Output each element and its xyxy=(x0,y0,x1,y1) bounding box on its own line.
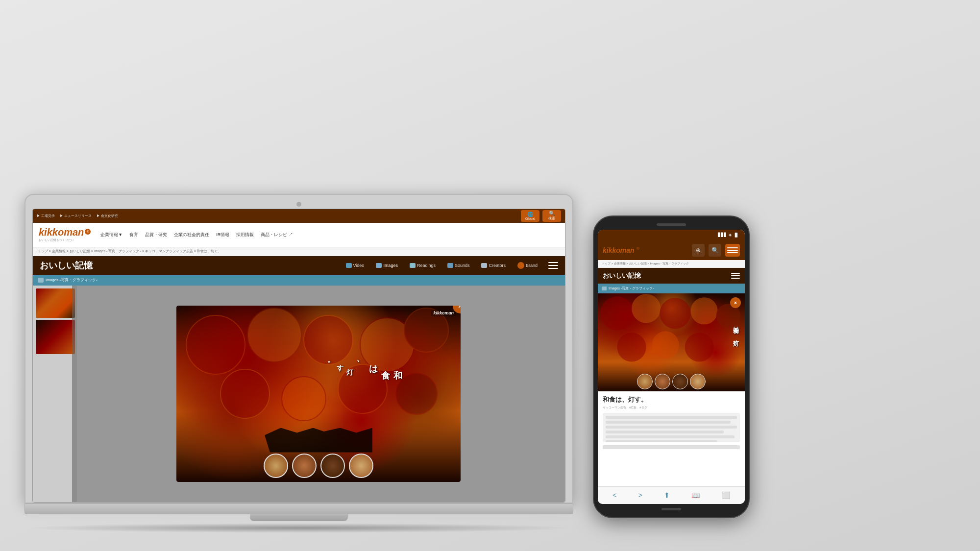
text-line-4 xyxy=(606,431,724,433)
phone-page-title: おいしい記憶 xyxy=(603,271,641,280)
tab-readings[interactable]: Readings xyxy=(404,261,441,270)
content-tabs: Video Images Readings Sounds xyxy=(340,260,558,271)
image-modal-overlay: kikkoman 和 食 は 、 灯 す 。 xyxy=(72,286,565,502)
phone-images-icon xyxy=(602,287,607,290)
dish-3 xyxy=(320,454,345,478)
nav-ir[interactable]: IR情報 xyxy=(216,232,229,238)
phone-screen: ▊▊▊ ◈ ▐▌ kikkoman ® ⊕ xyxy=(598,230,745,504)
top-bar-links: ▶ 工場見学 ▶ ニュースリリース ▶ 食文化研究 xyxy=(37,214,118,218)
global-button[interactable]: 🌐 Global xyxy=(521,210,539,222)
phone-bottom-bar: < > ⬆ 📖 ⬜ xyxy=(598,486,745,504)
thumbnail-item-2[interactable] xyxy=(36,320,75,354)
nav-company[interactable]: 企業情報▼ xyxy=(100,232,122,238)
thumbnail-item-1[interactable] xyxy=(36,288,75,318)
phone-header: kikkoman ® ⊕ 🔍 xyxy=(598,240,745,260)
phone-content-tags: キッコーマン広告、#広告、#タグ xyxy=(603,406,740,410)
phone-speaker xyxy=(657,223,686,226)
text-line-3 xyxy=(606,426,737,429)
dish-1 xyxy=(264,454,288,478)
laptop-camera xyxy=(296,202,301,207)
svg-point-7 xyxy=(338,364,387,413)
laptop-screen: ▶ 工場見学 ▶ ニュースリリース ▶ 食文化研究 🌐 Global 🔍 検索 xyxy=(32,209,565,503)
phone-close-button[interactable]: × xyxy=(730,297,741,308)
tab-video[interactable]: Video xyxy=(340,261,370,270)
phone-kikkoman-logo[interactable]: kikkoman ® xyxy=(603,246,639,255)
food-culture-link[interactable]: ▶ 食文化研究 xyxy=(97,214,118,218)
tab-sounds[interactable]: Sounds xyxy=(441,261,476,270)
phone-share-button[interactable]: ⬆ xyxy=(664,491,670,499)
svg-point-10 xyxy=(632,294,661,323)
battery-icon: ▐▌ xyxy=(734,233,739,237)
tab-brand[interactable]: Brand xyxy=(512,260,543,271)
phone-menu-button[interactable] xyxy=(725,244,740,257)
svg-point-6 xyxy=(282,377,326,421)
laptop-top-bar: ▶ 工場見学 ▶ ニュースリリース ▶ 食文化研究 🌐 Global 🔍 検索 xyxy=(33,209,565,223)
nav-csr[interactable]: 企業の社会的責任 xyxy=(174,232,209,238)
phone-status-bar: ▊▊▊ ◈ ▐▌ xyxy=(598,230,745,240)
sub-nav: Images -写真・グラフィック- xyxy=(33,275,565,286)
modal-kikkoman-logo: kikkoman xyxy=(431,310,456,316)
page-title: おいしい記憶 xyxy=(40,260,93,271)
laptop-base xyxy=(24,503,573,514)
factory-link[interactable]: ▶ 工場見学 xyxy=(37,214,55,218)
phone-dish-3 xyxy=(672,374,688,389)
logo-subtitle: おいしい記憶をつくりたい xyxy=(39,238,91,242)
modal-text-overlay: 和 食 は 、 灯 す 。 xyxy=(325,359,404,369)
image-modal: kikkoman 和 食 は 、 灯 す 。 xyxy=(176,306,461,482)
svg-point-8 xyxy=(396,373,437,414)
laptop-device: ▶ 工場見学 ▶ ニュースリリース ▶ 食文化研究 🌐 Global 🔍 検索 xyxy=(24,194,573,533)
news-link[interactable]: ▶ ニュースリリース xyxy=(60,214,92,218)
wifi-icon: ◈ xyxy=(729,233,732,237)
dish-2 xyxy=(292,454,317,478)
nav-recruit[interactable]: 採用情報 xyxy=(236,232,254,238)
svg-point-1 xyxy=(247,308,301,362)
phone-search-button[interactable]: 🔍 xyxy=(709,244,721,257)
svg-point-0 xyxy=(186,315,245,374)
main-content: kikkoman 和 食 は 、 灯 す 。 xyxy=(33,286,565,502)
content-nav: おいしい記憶 Video Images Readings xyxy=(33,256,565,275)
phone-bookmarks-button[interactable]: 📖 xyxy=(691,491,700,499)
phone-dish-4 xyxy=(690,374,706,389)
phone-device: ▊▊▊ ◈ ▐▌ kikkoman ® ⊕ xyxy=(593,216,750,518)
phone-tabs-button[interactable]: ⬜ xyxy=(722,491,730,499)
nav-education[interactable]: 食育 xyxy=(129,232,138,238)
top-bar-right: 🌐 Global 🔍 検索 xyxy=(521,210,561,222)
phone-dish-2 xyxy=(655,374,670,389)
phone-text-block xyxy=(603,413,740,442)
dish-4 xyxy=(349,454,373,478)
phone-global-button[interactable]: ⊕ xyxy=(692,244,705,257)
phone-modal-text: 和食は、灯す。 xyxy=(732,323,740,348)
thumbnail-column xyxy=(33,286,77,502)
svg-point-5 xyxy=(220,369,270,418)
svg-point-12 xyxy=(690,297,717,324)
phone-back-button[interactable]: < xyxy=(612,491,616,499)
hamburger-menu-icon[interactable] xyxy=(548,262,558,269)
search-button[interactable]: 🔍 検索 xyxy=(542,210,561,222)
phone-forward-button[interactable]: > xyxy=(638,491,642,499)
tab-creators[interactable]: Creators xyxy=(475,261,512,270)
phone-logo-mark: ® xyxy=(637,246,639,250)
phone-page-header: おいしい記憶 xyxy=(598,268,745,284)
laptop-shadow xyxy=(24,523,573,533)
phone-home-indicator xyxy=(662,508,681,510)
phone-globe-icon: ⊕ xyxy=(696,247,701,254)
svg-point-9 xyxy=(600,296,634,330)
tab-images[interactable]: Images xyxy=(370,261,404,270)
phone-content-title: 和食は、灯す。 xyxy=(603,395,740,404)
main-nav-items: 企業情報▼ 食育 品質・研究 企業の社会的責任 IR情報 採用情報 商品・レシピ… xyxy=(100,232,293,238)
phone-dishes-row xyxy=(637,374,706,389)
nav-quality[interactable]: 品質・研究 xyxy=(145,232,167,238)
nav-products[interactable]: 商品・レシピ ↗ xyxy=(261,232,293,238)
kikkoman-logo[interactable]: kikkoman® xyxy=(39,227,91,238)
text-line-5 xyxy=(606,435,735,438)
phone-header-right: ⊕ 🔍 xyxy=(692,244,740,257)
phone-image-area: 和食は、灯す。 × xyxy=(598,293,745,391)
laptop-main-nav: kikkoman® おいしい記憶をつくりたい 企業情報▼ 食育 品質・研究 企業… xyxy=(33,223,565,247)
signal-icon: ▊▊▊ xyxy=(718,233,727,237)
svg-point-2 xyxy=(304,315,353,364)
phone-sub-nav-label: Images -写真・グラフィック- xyxy=(609,286,654,291)
phone-hamburger-icon[interactable] xyxy=(731,273,740,279)
images-section-icon xyxy=(38,278,44,283)
laptop-frame: ▶ 工場見学 ▶ ニュースリリース ▶ 食文化研究 🌐 Global 🔍 検索 xyxy=(24,194,573,503)
svg-point-14 xyxy=(617,333,646,361)
